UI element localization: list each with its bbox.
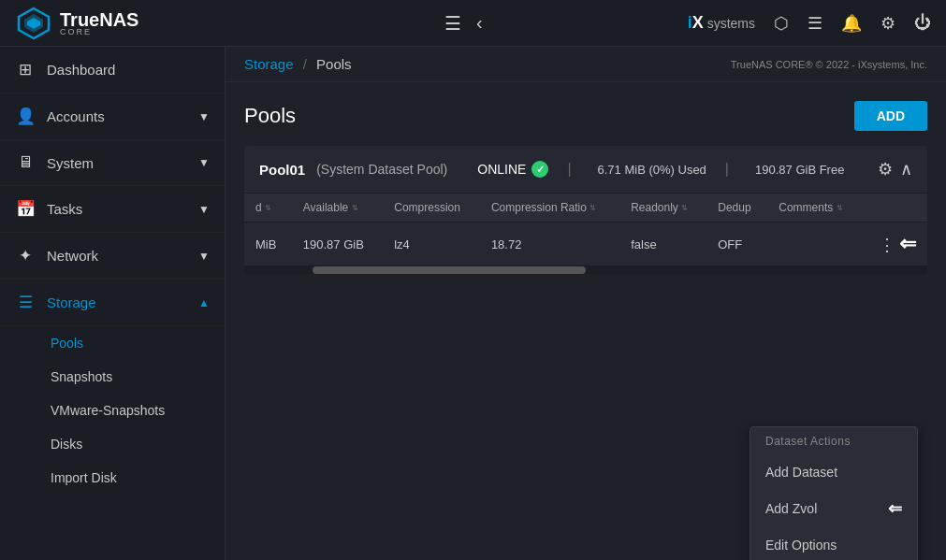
layout: ⊞ Dashboard 👤 Accounts ▼ 🖥 System ▼ 📅 Ta… bbox=[0, 47, 946, 560]
col-compression-ratio: Compression Ratio ⇅ bbox=[480, 194, 619, 223]
col-dedup: Dedup bbox=[706, 194, 767, 223]
breadcrumb-parent[interactable]: Storage bbox=[244, 56, 294, 72]
sort-icon: ⇅ bbox=[837, 204, 843, 212]
row-actions-button[interactable]: ⋮ bbox=[879, 236, 895, 254]
pool-name: Pool01 bbox=[259, 162, 305, 178]
cell-readonly: false bbox=[619, 223, 706, 266]
main-content: Storage / Pools TrueNAS CORE® © 2022 - i… bbox=[226, 47, 946, 560]
scroll-thumb[interactable] bbox=[313, 266, 586, 274]
chevron-down-icon: ▼ bbox=[198, 203, 210, 216]
storage-icon: ☰ bbox=[15, 293, 36, 312]
pool-table: d ⇅ Available ⇅ Compression bbox=[244, 194, 927, 266]
sidebar-sub-item-disks[interactable]: Disks bbox=[51, 427, 225, 461]
sidebar-sub-item-pools[interactable]: Pools bbox=[51, 326, 225, 360]
breadcrumb-current: Pools bbox=[316, 56, 352, 72]
sidebar-item-network[interactable]: ✦ Network ▼ bbox=[0, 233, 225, 280]
sidebar-item-system[interactable]: 🖥 System ▼ bbox=[0, 140, 225, 186]
header-center: ☰ ‹ bbox=[444, 12, 483, 35]
dataset-actions-dropdown: Dataset Actions Add Dataset Add Zvol ⇐ E… bbox=[750, 426, 918, 560]
sidebar-item-label: Storage bbox=[47, 294, 96, 310]
table-row: MiB 190.87 GiB lz4 18.72 false OFF ⋮ ⇐ bbox=[244, 223, 927, 266]
sort-icon: ⇅ bbox=[589, 204, 596, 212]
pool-header: Pool01 (System Dataset Pool) ONLINE | 6.… bbox=[244, 146, 927, 194]
sort-icon: ⇅ bbox=[352, 204, 358, 212]
col-comments: Comments ⇅ bbox=[767, 194, 862, 223]
add-pool-button[interactable]: ADD bbox=[854, 101, 927, 131]
back-icon[interactable]: ‹ bbox=[476, 12, 483, 34]
network-icon: ✦ bbox=[15, 246, 36, 266]
pool-settings-button[interactable]: ⚙ bbox=[878, 159, 893, 179]
dropdown-item-add-zvol[interactable]: Add Zvol ⇐ bbox=[750, 489, 917, 528]
col-compression: Compression bbox=[383, 194, 480, 223]
header-right: iX systems ⬡ ☰ 🔔 ⚙ ⏻ bbox=[688, 13, 931, 34]
sidebar-sub-item-vmware-snapshots[interactable]: VMware-Snapshots bbox=[51, 394, 225, 427]
docs-icon[interactable]: ☰ bbox=[808, 13, 822, 34]
breadcrumb-bar: Storage / Pools TrueNAS CORE® © 2022 - i… bbox=[226, 47, 946, 82]
pool-actions: ⚙ ∧ bbox=[878, 159, 912, 179]
logo-area: TrueNAS CORE bbox=[15, 5, 240, 42]
breadcrumb: Storage / Pools bbox=[244, 56, 352, 72]
col-name: d ⇅ bbox=[244, 194, 292, 223]
sidebar-sub-item-import-disk[interactable]: Import Disk bbox=[51, 461, 225, 495]
content-area: Pools ADD Pool01 (System Dataset Pool) O… bbox=[226, 82, 946, 293]
logo-text: TrueNAS CORE bbox=[60, 9, 138, 36]
separator: | bbox=[567, 161, 571, 178]
pools-header: Pools ADD bbox=[244, 101, 927, 131]
sort-icon: ⇅ bbox=[681, 204, 688, 212]
breadcrumb-separator: / bbox=[303, 56, 307, 72]
page-title: Pools bbox=[244, 104, 296, 128]
status-online-icon bbox=[531, 161, 548, 178]
cell-name: MiB bbox=[244, 223, 292, 266]
add-zvol-arrow: ⇐ bbox=[888, 498, 902, 519]
dropdown-item-edit-options[interactable]: Edit Options bbox=[750, 528, 917, 560]
hamburger-icon[interactable]: ☰ bbox=[444, 12, 461, 35]
col-readonly: Readonly ⇅ bbox=[619, 194, 706, 223]
pool-used: 6.71 MiB (0%) Used bbox=[598, 163, 706, 177]
sidebar: ⊞ Dashboard 👤 Accounts ▼ 🖥 System ▼ 📅 Ta… bbox=[0, 47, 226, 560]
sidebar-item-label: Network bbox=[47, 248, 98, 264]
copyright: TrueNAS CORE® © 2022 - iXsystems, Inc. bbox=[731, 59, 927, 70]
cell-row-actions: ⋮ ⇐ bbox=[862, 223, 927, 266]
pool-subtitle: (System Dataset Pool) bbox=[316, 162, 447, 177]
chevron-up-icon: ▲ bbox=[198, 296, 210, 309]
cell-comments bbox=[767, 223, 862, 266]
sort-icon: ⇅ bbox=[265, 204, 271, 212]
system-icon: 🖥 bbox=[15, 153, 36, 172]
status-label: ONLINE bbox=[477, 162, 526, 177]
pool-table-wrapper: d ⇅ Available ⇅ Compression bbox=[244, 194, 927, 274]
cell-dedup: OFF bbox=[706, 223, 767, 266]
truenas-logo-icon bbox=[15, 5, 52, 42]
tasks-icon: 📅 bbox=[15, 199, 36, 219]
sidebar-item-label: System bbox=[47, 155, 94, 171]
dropdown-section-title: Dataset Actions bbox=[750, 427, 917, 455]
power-icon[interactable]: ⏻ bbox=[914, 13, 931, 33]
row-arrow-indicator: ⇐ bbox=[899, 232, 916, 256]
pool-status: ONLINE bbox=[477, 161, 548, 178]
sidebar-item-storage[interactable]: ☰ Storage ▲ bbox=[0, 280, 225, 326]
pool-card: Pool01 (System Dataset Pool) ONLINE | 6.… bbox=[244, 146, 927, 274]
sidebar-item-tasks[interactable]: 📅 Tasks ▼ bbox=[0, 186, 225, 233]
ixsystems-logo: iX systems bbox=[688, 13, 755, 33]
storage-submenu: Pools Snapshots VMware-Snapshots Disks I… bbox=[0, 326, 225, 495]
top-header: TrueNAS CORE ☰ ‹ iX systems ⬡ ☰ 🔔 ⚙ ⏻ bbox=[0, 0, 946, 47]
chevron-down-icon: ▼ bbox=[198, 110, 210, 123]
alerts-icon[interactable]: 🔔 bbox=[841, 13, 862, 34]
chevron-down-icon: ▼ bbox=[198, 250, 210, 263]
chevron-down-icon: ▼ bbox=[198, 156, 210, 169]
scroll-area[interactable] bbox=[244, 266, 927, 274]
sidebar-item-dashboard[interactable]: ⊞ Dashboard bbox=[0, 47, 225, 93]
accounts-icon: 👤 bbox=[15, 107, 36, 126]
pool-collapse-button[interactable]: ∧ bbox=[900, 159, 912, 179]
apps-icon[interactable]: ⬡ bbox=[774, 13, 789, 34]
dashboard-icon: ⊞ bbox=[15, 60, 36, 79]
sidebar-item-accounts[interactable]: 👤 Accounts ▼ bbox=[0, 93, 225, 140]
cell-available: 190.87 GiB bbox=[292, 223, 383, 266]
settings-icon[interactable]: ⚙ bbox=[881, 13, 895, 34]
cell-compression: lz4 bbox=[383, 223, 480, 266]
table-header-row: d ⇅ Available ⇅ Compression bbox=[244, 194, 927, 223]
sidebar-item-label: Accounts bbox=[47, 108, 105, 124]
dropdown-item-add-dataset[interactable]: Add Dataset bbox=[750, 455, 917, 489]
sidebar-item-label: Dashboard bbox=[47, 62, 115, 78]
sidebar-sub-item-snapshots[interactable]: Snapshots bbox=[51, 360, 225, 394]
separator2: | bbox=[725, 161, 729, 178]
